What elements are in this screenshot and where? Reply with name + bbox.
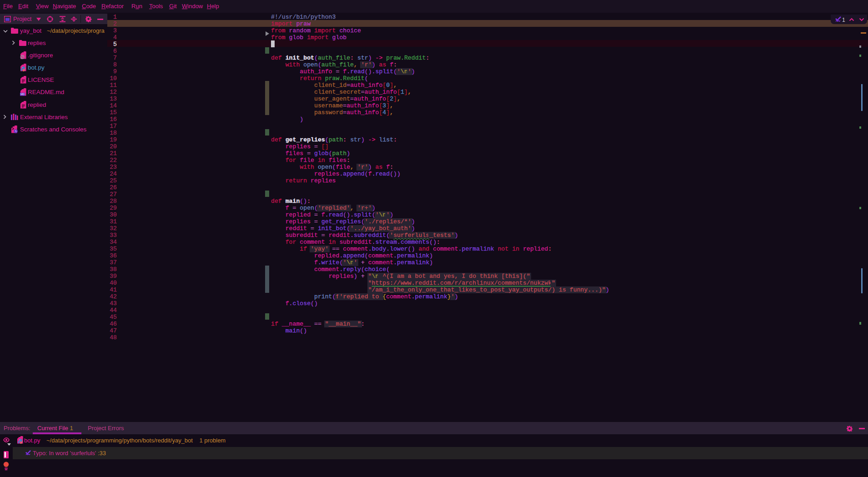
svg-text:MD: MD bbox=[20, 93, 25, 95]
